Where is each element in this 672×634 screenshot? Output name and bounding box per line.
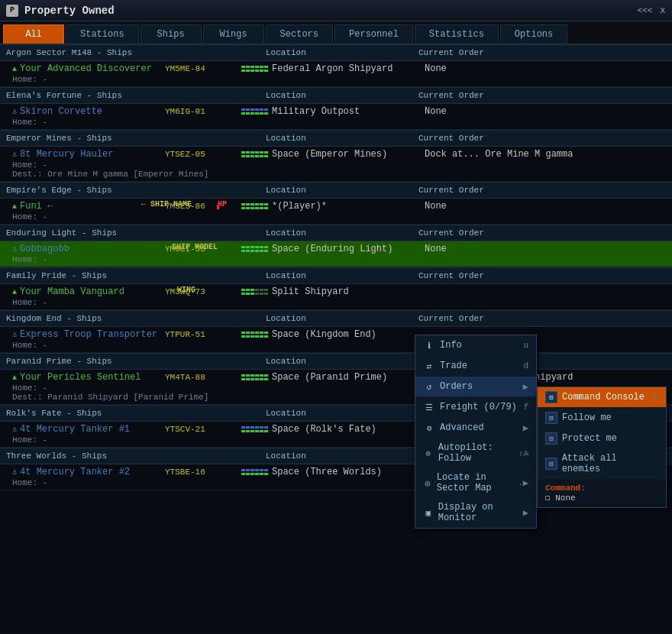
ctx-icon: ℹ: [423, 339, 435, 351]
ship-order: None: [425, 63, 666, 74]
ctx-submenu-arrow: ▶: [523, 381, 528, 393]
ship-row[interactable]: ⚓Express Troop TransporterYTPUR-51Space …: [0, 327, 672, 353]
section-name: Rolk's Fate - Ships: [6, 409, 266, 418]
ship-id: YTSEZ-05: [165, 150, 241, 159]
ship-id: YM3WQ-73: [165, 287, 241, 296]
ctx-item-autopilot:-follow[interactable]: ⊙Autopilot: Follow⇧A: [415, 438, 536, 468]
section-name: Kingdom End - Ships: [6, 314, 266, 323]
ctx-shortcut: d: [523, 361, 528, 370]
ctx-icon: ⚙: [423, 422, 435, 434]
col-order-header: Current Order: [418, 134, 666, 143]
tab-stations[interactable]: Stations: [66, 24, 139, 44]
tab-sectors[interactable]: Sectors: [266, 24, 333, 44]
ship-row[interactable]: HP← SHIP NAME▲Funi ←YM3ES-86*(Player)*No…: [0, 199, 672, 225]
ship-name: ⚓4t Mercury Tanker #2: [12, 467, 165, 477]
tab-all[interactable]: All: [3, 24, 64, 44]
tab-statistics[interactable]: Statistics: [415, 24, 499, 44]
section-name: Three Worlds - Ships: [6, 451, 266, 461]
context-menu-overlay: ℹInfou⇄Traded↺Orders▶☰Freight (0/79)f⚙Ad…: [415, 335, 537, 529]
ship-line: ▲Your Advanced DiscovererYM5ME-84Federal…: [12, 63, 666, 74]
ship-row[interactable]: ⚓Skiron CorvetteYM6IG-01Military Outpost…: [0, 104, 672, 130]
ctx-icon: ↺: [423, 380, 435, 393]
ship-row[interactable]: SHIP MODEL⚓GobbagobbYM6CI-55Space (Endur…: [0, 241, 672, 267]
ctx-item-orders[interactable]: ↺Orders▶: [415, 377, 536, 397]
ctx-shortcut: f: [523, 403, 528, 412]
ctx-submenu-arrow: ▶: [523, 507, 528, 519]
section-header-3: Empire's Edge - ShipsLocationCurrent Ord…: [0, 182, 672, 199]
ship-line: ⚓GobbagobbYM6CI-55Space (Enduring Light)…: [12, 244, 666, 254]
ctx-item-label: Freight (0/79): [440, 402, 517, 412]
submenu-icon: ⊡: [545, 432, 557, 445]
ship-location: Space (Kingdom End): [272, 329, 425, 340]
ship-home: Home: -: [12, 160, 666, 170]
ship-row[interactable]: ▲Your Advanced DiscovererYM5ME-84Federal…: [0, 61, 672, 87]
ship-home: Home: -: [12, 118, 666, 127]
section-header-1: Elena's Fortune - ShipsLocationCurrent O…: [0, 87, 672, 104]
command-label: Command:: [545, 484, 658, 493]
ship-name: ⚓4t Mercury Tanker #1: [12, 424, 165, 435]
col-location-header: Location: [266, 91, 418, 100]
section-name: Family Pride - Ships: [6, 271, 266, 280]
main-content: Argon Sector M148 - ShipsLocationCurrent…: [0, 44, 672, 629]
ship-icon: ▲: [12, 374, 17, 382]
tab-options[interactable]: Options: [500, 24, 567, 44]
ship-id: YM4TA-88: [165, 373, 241, 382]
col-location-header: Location: [266, 451, 418, 461]
section-name: Paranid Prime - Ships: [6, 357, 266, 366]
ship-order: None: [425, 201, 666, 212]
minimize-button[interactable]: <<<: [635, 6, 655, 15]
ship-model-annotation: SHIP MODEL: [172, 243, 218, 251]
window-controls[interactable]: <<< X: [635, 6, 667, 15]
ship-name-annotation: ← SHIP NAME: [141, 200, 192, 209]
ctx-item-advanced[interactable]: ⚙Advanced▶: [415, 418, 536, 438]
ship-line: ⚓Express Troop TransporterYTPUR-51Space …: [12, 329, 666, 340]
close-button[interactable]: X: [657, 6, 667, 15]
ctx-item-label: Autopilot: Follow: [438, 442, 519, 464]
ship-name: ▲Your Pericles Sentinel: [12, 372, 165, 383]
col-order-header: Current Order: [418, 314, 666, 323]
ctx-item-info[interactable]: ℹInfou: [415, 335, 536, 356]
ship-name: ⚓Gobbagobb: [12, 244, 165, 254]
tab-wings[interactable]: Wings: [203, 24, 264, 44]
ctx-icon: ▣: [423, 506, 434, 519]
col-location-header: Location: [266, 134, 418, 143]
submenu-icon: ⊡: [545, 412, 557, 424]
ship-id: YTSBE-16: [165, 467, 241, 477]
ctx-item-display-on-monitor[interactable]: ▣Display on Monitor▶: [415, 498, 536, 528]
ctx-item-trade[interactable]: ⇄Traded: [415, 356, 536, 377]
ship-icon: ⚓: [12, 108, 17, 116]
ship-line: ▲Funi ←YM3ES-86*(Player)*None: [12, 201, 666, 212]
ship-line: ⚓8t Mercury HaulerYTSEZ-05Space (Emperor…: [12, 149, 666, 160]
submenu-item-command-console[interactable]: ⊡Command Consolec: [538, 387, 666, 408]
tab-personnel[interactable]: Personnel: [334, 24, 413, 44]
ctx-shortcut: .: [518, 478, 523, 487]
ctx-submenu-arrow: ▶: [523, 477, 528, 489]
col-location-header: Location: [266, 314, 418, 323]
submenu-item-protect-me[interactable]: ⊡Protect me: [538, 429, 666, 449]
ship-icon: ▲: [12, 65, 17, 73]
section-name: Empire's Edge - Ships: [6, 186, 266, 195]
ship-row[interactable]: WING▲Your Mamba VanguardYM3WQ-73Split Sh…: [0, 284, 672, 310]
ship-home: Home: -: [12, 341, 666, 350]
ctx-item-freight-(0/79)[interactable]: ☰Freight (0/79)f: [415, 397, 536, 418]
ship-line: ⚓Skiron CorvetteYM6IG-01Military Outpost…: [12, 106, 666, 117]
col-order-header: Current Order: [418, 271, 666, 280]
ctx-shortcut: ⇧A: [519, 448, 528, 458]
submenu-command-section: Command:◻ None: [538, 479, 666, 507]
ship-id: YTPUR-51: [165, 330, 241, 339]
col-order-header: Current Order: [418, 186, 666, 195]
ship-order: None: [425, 106, 666, 117]
ctx-icon: ◎: [423, 477, 432, 489]
submenu-item-attack-all-enemies[interactable]: ⊡Attack all enemies: [538, 449, 666, 479]
window-icon: P: [6, 5, 18, 17]
window-title: Property Owned: [24, 5, 115, 17]
tab-ships[interactable]: Ships: [141, 24, 202, 44]
submenu-key: c: [653, 393, 658, 402]
ctx-icon: ☰: [423, 401, 435, 413]
submenu-item-follow-me[interactable]: ⊡Follow me: [538, 408, 666, 429]
ctx-item-locate-in-sector-map[interactable]: ◎Locate in Sector Map.▶: [415, 468, 536, 498]
ship-home: Home: -: [12, 298, 666, 307]
submenu-item-label: Command Console: [562, 392, 645, 403]
ship-row[interactable]: ⚓8t Mercury HaulerYTSEZ-05Space (Emperor…: [0, 147, 672, 182]
section-name: Argon Sector M148 - Ships: [6, 48, 266, 57]
